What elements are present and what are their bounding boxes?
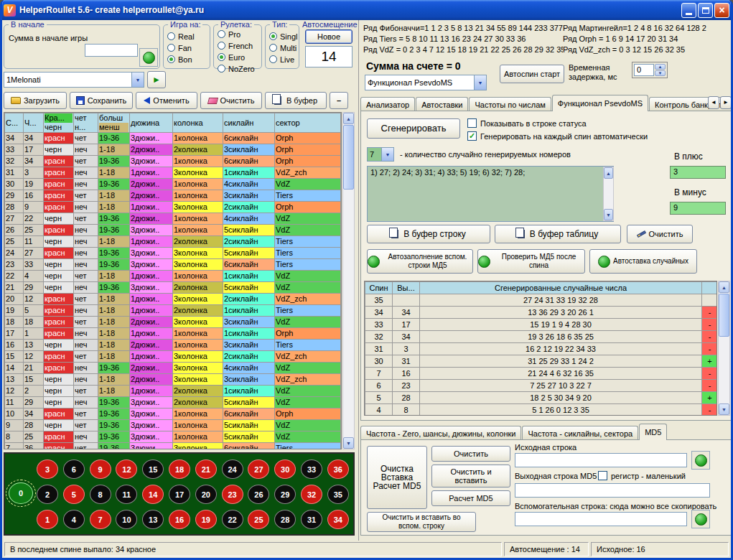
history-row[interactable]: 3317черннеч1-182дюжи..2колонка3сиклайнOr…: [5, 144, 341, 156]
chevron-down-icon[interactable]: ▼: [131, 73, 144, 87]
radio-euro[interactable]: Euro: [218, 52, 255, 62]
scroll-up-button[interactable]: ▲: [604, 167, 613, 179]
history-row[interactable]: 1818краснчет1-182дюжи..3колонка3сиклайнV…: [5, 317, 341, 328]
history-scrollbar[interactable]: ▲ ▼: [342, 112, 355, 449]
board-number-27[interactable]: 27: [248, 459, 269, 479]
board-number-8[interactable]: 8: [90, 485, 111, 504]
auto-generate-checkbox[interactable]: ✓: [467, 131, 477, 141]
start-sum-input[interactable]: [85, 44, 138, 57]
history-row[interactable]: 736краснчет19-363дюжи..3колонка6сиклайнT…: [5, 443, 341, 450]
minus-button[interactable]: –: [330, 92, 348, 109]
spins-row[interactable]: 323419 3 26 18 6 35 25-: [365, 331, 718, 343]
history-row[interactable]: 122чернчет1-181дюжи..2колонка1сиклайнVdZ: [5, 386, 341, 397]
tab-частоты-по-числам[interactable]: Частоты по числам: [469, 97, 551, 111]
board-number-20[interactable]: 20: [195, 485, 217, 504]
buffer-row-button[interactable]: В буфер строку: [367, 225, 490, 243]
history-row[interactable]: 1421красннеч19-362дюжи..3колонка4сиклайн…: [5, 363, 341, 374]
history-row[interactable]: 3234краснчет19-363дюжи..1колонка6сиклайн…: [5, 156, 341, 167]
buffer-table-button[interactable]: В буфер таблицу: [495, 225, 621, 243]
scroll-thumb[interactable]: [719, 294, 729, 337]
history-row[interactable]: 2427красннеч19-363дюжи..3колонка5сиклайн…: [5, 248, 341, 259]
clear-button[interactable]: Очистить: [200, 92, 262, 109]
scroll-up-button[interactable]: ▲: [719, 281, 729, 293]
minimize-button[interactable]: [681, 3, 696, 18]
board-number-10[interactable]: 10: [116, 510, 137, 529]
board-number-2[interactable]: 2: [37, 485, 58, 504]
history-row[interactable]: 224чернчет1-181дюжи..1колонка1сиклайнVdZ: [5, 271, 341, 282]
check-md5-button[interactable]: Проверить МД5 после спина: [477, 249, 585, 274]
board-number-21[interactable]: 21: [195, 459, 217, 479]
history-row[interactable]: 1613черннеч1-182дюжи..1колонка3сиклайнTi…: [5, 340, 341, 351]
board-number-36[interactable]: 36: [327, 459, 349, 479]
board-number-7[interactable]: 7: [90, 510, 111, 529]
scroll-thumb[interactable]: [343, 125, 354, 190]
board-number-9[interactable]: 9: [90, 459, 111, 479]
count-combo[interactable]: 7 ▼: [367, 147, 394, 162]
history-row[interactable]: 313красннеч1-181дюжи..3колонка1сиклайнVd…: [5, 167, 341, 179]
buffer-button[interactable]: В буфер: [265, 92, 327, 109]
board-number-18[interactable]: 18: [169, 459, 190, 479]
scroll-track[interactable]: [604, 179, 613, 209]
board-number-32[interactable]: 32: [301, 485, 322, 504]
board-number-15[interactable]: 15: [142, 459, 164, 479]
tab-частота-zero-шансы-дюжины-колонки[interactable]: Частота - Zero, шансы, дюжины, колонки: [360, 426, 521, 440]
scroll-track[interactable]: [719, 293, 729, 403]
tab-scroll-left-button[interactable]: ◄: [708, 96, 719, 109]
aux-input[interactable]: [515, 512, 687, 526]
spins-row[interactable]: 3527 24 31 33 19 32 28: [365, 294, 718, 307]
history-row[interactable]: 3019красннеч19-362дюжи..1колонка4сиклайн…: [5, 179, 341, 190]
board-number-28[interactable]: 28: [274, 510, 296, 529]
spins-row[interactable]: 343413 36 29 3 20 26 1-: [365, 307, 718, 319]
delay-value[interactable]: 0: [634, 64, 654, 76]
history-row[interactable]: 2129черннеч19-363дюжи..2колонка5сиклайнV…: [5, 282, 341, 294]
history-row[interactable]: 1512краснчет1-181дюжи..3колонка2сиклайнV…: [5, 351, 341, 363]
textarea-scrollbar[interactable]: ▲ ▼: [603, 167, 614, 221]
board-number-6[interactable]: 6: [63, 459, 85, 479]
tab-анализатор[interactable]: Анализатор: [360, 97, 415, 111]
history-row[interactable]: 2722чернчет19-362дюжи..1колонка4сиклайнV…: [5, 213, 341, 225]
board-number-12[interactable]: 12: [116, 459, 137, 479]
undo-button[interactable]: Отменить: [136, 92, 197, 109]
chevron-down-icon[interactable]: ▼: [474, 75, 486, 90]
close-button[interactable]: ×: [714, 3, 729, 18]
board-number-24[interactable]: 24: [222, 459, 243, 479]
maximize-button[interactable]: [698, 3, 713, 18]
board-number-1[interactable]: 1: [37, 510, 58, 529]
radio-french[interactable]: French: [218, 41, 255, 50]
clear-generated-button[interactable]: Очистить: [627, 225, 693, 243]
source-input[interactable]: [515, 453, 687, 467]
tab-scroll-right-button[interactable]: ►: [720, 96, 732, 109]
board-number-19[interactable]: 19: [195, 510, 217, 529]
radio-bon[interactable]: Bon: [167, 55, 195, 64]
mode-combo[interactable]: Функционал PsevdoMS ▼: [365, 75, 487, 90]
history-row[interactable]: 2012краснчет1-181дюжи..3колонка2сиклайнV…: [5, 294, 341, 305]
md5-clear-button[interactable]: Очистить: [431, 446, 510, 462]
radio-singl[interactable]: Singl: [269, 32, 297, 41]
spin-down-button[interactable]: ▼: [655, 70, 666, 76]
spins-row[interactable]: 71621 24 4 6 32 16 35-: [365, 368, 718, 380]
scroll-down-button[interactable]: ▼: [604, 209, 613, 220]
history-row[interactable]: 1315черннеч1-182дюжи..3колонка3сиклайнVd…: [5, 374, 341, 386]
board-number-11[interactable]: 11: [116, 485, 137, 504]
register-checkbox[interactable]: [598, 471, 607, 480]
board-number-34[interactable]: 34: [327, 510, 349, 529]
board-number-16[interactable]: 16: [169, 510, 190, 529]
history-row[interactable]: 2916краснчет1-182дюжи..1колонка3сиклайнT…: [5, 190, 341, 202]
autofill-md5-button[interactable]: Автозаполнение вспом. строки МД5: [367, 249, 473, 274]
history-row[interactable]: 1129черннеч19-363дюжи..2колонка5сиклайнV…: [5, 397, 341, 409]
save-button[interactable]: Сохранить: [70, 92, 133, 109]
board-number-23[interactable]: 23: [222, 485, 243, 504]
radio-real[interactable]: Real: [167, 32, 195, 41]
radio-pro[interactable]: Pro: [218, 29, 255, 39]
history-row[interactable]: 2625красннеч19-363дюжи..1колонка5сиклайн…: [5, 225, 341, 236]
scroll-down-button[interactable]: ▼: [343, 437, 354, 449]
board-number-35[interactable]: 35: [327, 485, 349, 504]
apply-sum-button[interactable]: [139, 48, 158, 67]
board-number-25[interactable]: 25: [248, 510, 269, 529]
board-number-3[interactable]: 3: [37, 459, 58, 479]
spins-row[interactable]: 303131 25 29 33 1 24 2+: [365, 355, 718, 368]
spins-row[interactable]: 6237 25 27 10 3 22 7-: [365, 380, 718, 392]
board-number-31[interactable]: 31: [301, 510, 322, 529]
radio-live[interactable]: Live: [269, 55, 297, 64]
history-row[interactable]: 2333черннеч19-363дюжи..3колонка6сиклайнT…: [5, 259, 341, 271]
